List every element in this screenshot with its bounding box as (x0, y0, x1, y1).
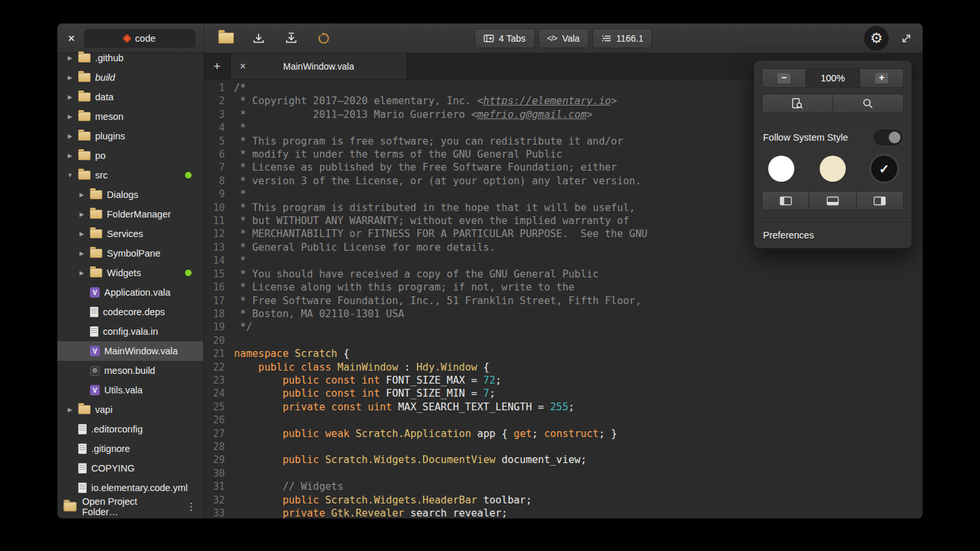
line-number: 21 (204, 347, 234, 360)
style-light-option[interactable] (768, 156, 794, 182)
layout-bottom-panel-button[interactable] (809, 191, 856, 210)
fullscreen-button[interactable] (901, 33, 912, 44)
save-as-button[interactable] (280, 27, 303, 49)
code-line: 25 private const uint MAX_SEARCH_TEXT_LE… (204, 401, 923, 414)
folder-icon (64, 502, 77, 511)
sidebar-item-src[interactable]: ▼src (57, 165, 203, 185)
open-project-label: Open Project Folder… (82, 496, 173, 517)
goto-line-button[interactable]: 1166.1 (592, 29, 653, 48)
sidebar-item-po[interactable]: ▶po (57, 146, 203, 165)
sidebar-item-mainwindow-vala[interactable]: VMainWindow.vala (57, 341, 203, 361)
folder-icon (78, 53, 91, 63)
sidebar-item-label: io.elementary.code.yml (91, 483, 188, 493)
zoom-out-button[interactable]: − (762, 69, 805, 87)
sidebar-item-utils-vala[interactable]: VUtils.vala (57, 380, 203, 400)
style-dark-option[interactable]: ✓ (871, 156, 897, 182)
open-file-button[interactable] (214, 27, 238, 49)
history-button[interactable] (312, 27, 336, 49)
disclosure-triangle-icon[interactable]: ▶ (78, 191, 85, 198)
sidebar-item-label: po (95, 150, 106, 161)
disclosure-triangle-icon[interactable]: ▶ (66, 113, 74, 120)
disclosure-triangle-icon[interactable]: ▶ (78, 270, 85, 276)
code-text: * Copyright 2017–2020 elementary, Inc. <… (234, 94, 617, 107)
line-number: 9 (204, 188, 234, 201)
preferences-menu-item[interactable]: Preferences (762, 227, 904, 240)
header-right-group: ⚙ (864, 26, 912, 51)
save-icon (252, 32, 265, 45)
disclosure-triangle-icon[interactable]: ▶ (66, 152, 74, 159)
disclosure-triangle-icon[interactable]: ▶ (66, 406, 74, 413)
sidebar-item-copying[interactable]: COPYING (57, 459, 203, 478)
tabs-overview-button[interactable]: 4 Tabs (474, 29, 535, 48)
open-project-bar[interactable]: Open Project Folder… ⋮ (57, 494, 203, 518)
sidebar-item-foldermanager[interactable]: ▶FolderManager (57, 205, 203, 224)
disclosure-triangle-icon[interactable]: ▶ (66, 74, 74, 81)
sidebar-item-label: meson (95, 111, 124, 122)
code-text: */ (234, 320, 252, 333)
folder-icon (78, 171, 91, 180)
tab-mainwindow-vala[interactable]: × MainWindow.vala (230, 53, 407, 79)
disclosure-triangle-icon[interactable]: ▶ (66, 133, 74, 139)
find-in-file-button[interactable] (762, 94, 833, 113)
goto-line-icon (601, 34, 611, 43)
sidebar-item-symbolpane[interactable]: ▶SymbolPane (57, 244, 203, 263)
follow-system-style-toggle[interactable] (874, 130, 902, 145)
status-button-group: 4 Tabs </> Vala 1166.1 (474, 29, 653, 48)
kebab-icon: ⋮ (186, 501, 196, 513)
sidebar-item-gitignore[interactable]: .gitignore (57, 439, 203, 459)
zoom-in-icon: + (875, 73, 888, 83)
disclosure-triangle-icon[interactable]: ▼ (66, 172, 74, 178)
layout-sidebar-right-button[interactable] (856, 191, 903, 210)
sidebar-item-io-elementary-code-yml[interactable]: io.elementary.code.yml (57, 478, 203, 494)
sidebar-item-github[interactable]: ▶.github (57, 48, 203, 68)
code-text: * General Public License for more detail… (234, 241, 495, 254)
popover-separator (754, 218, 912, 219)
find-in-file-icon (791, 98, 803, 109)
project-title-pill[interactable]: code (84, 29, 195, 48)
search-button[interactable] (833, 94, 904, 113)
zoom-control: − 100% + (762, 68, 904, 88)
line-number: 33 (204, 507, 234, 518)
settings-menu-button[interactable]: ⚙ (864, 26, 889, 51)
tab-close-icon[interactable]: × (240, 61, 246, 72)
sidebar-item-codecore-deps[interactable]: codecore.deps (57, 302, 203, 322)
disclosure-triangle-icon[interactable]: ▶ (78, 250, 85, 257)
layout-sidebar-left-button[interactable] (762, 191, 809, 210)
disclosure-triangle-icon[interactable]: ▶ (78, 231, 85, 237)
style-sepia-option[interactable] (820, 156, 846, 182)
disclosure-triangle-icon[interactable]: ▶ (78, 211, 85, 218)
disclosure-triangle-icon[interactable]: ▶ (66, 94, 74, 100)
text-file-icon (78, 444, 87, 454)
sidebar-item-build[interactable]: ▶build (57, 68, 203, 87)
sidebar-item-meson[interactable]: ▶meson (57, 107, 203, 126)
line-number: 27 (204, 427, 234, 440)
sidebar-item-editorconfig[interactable]: .editorconfig (57, 419, 203, 439)
disclosure-triangle-icon[interactable]: ▶ (66, 55, 74, 61)
folder-icon (90, 249, 102, 258)
project-menu-button[interactable]: ⋮ (179, 494, 203, 518)
sidebar-item-label: .editorconfig (91, 424, 143, 434)
language-button[interactable]: </> Vala (538, 29, 589, 48)
new-tab-button[interactable]: + (204, 53, 230, 79)
sidebar-item-data[interactable]: ▶data (57, 87, 203, 107)
sidebar-item-widgets[interactable]: ▶Widgets (57, 263, 203, 283)
code-text: * (234, 121, 246, 134)
sidebar-item-dialogs[interactable]: ▶Dialogs (57, 185, 203, 205)
sidebar-item-vapi[interactable]: ▶vapi (57, 400, 203, 419)
sidebar-item-services[interactable]: ▶Services (57, 224, 203, 244)
sidebar-item-config-vala-in[interactable]: config.vala.in (57, 322, 203, 341)
line-number: 1 (204, 81, 234, 94)
code-line: 31 // Widgets (204, 480, 923, 493)
line-number: 5 (204, 135, 234, 148)
sidebar-item-meson-build[interactable]: ⚙meson.build (57, 361, 203, 380)
zoom-in-button[interactable]: + (860, 69, 903, 87)
code-text: * This program is distributed in the hop… (234, 201, 635, 214)
vala-file-icon: V (90, 346, 100, 356)
window-close-button[interactable]: × (65, 31, 78, 46)
save-file-button[interactable] (247, 27, 270, 49)
code-line: 15 * You should have received a copy of … (204, 268, 923, 281)
sidebar-item-plugins[interactable]: ▶plugins (57, 126, 203, 146)
layout-control (762, 191, 904, 210)
sidebar-item-application-vala[interactable]: VApplication.vala (57, 283, 203, 302)
code-text: public Scratch.Widgets.HeaderBar toolbar… (234, 494, 532, 507)
